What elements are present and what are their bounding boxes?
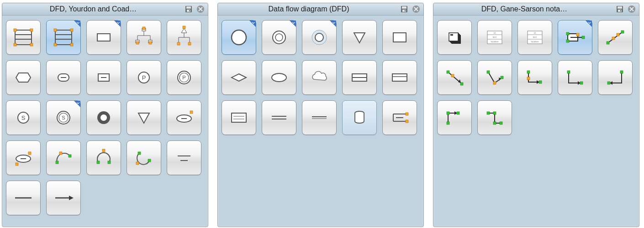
svg-marker-87 (354, 33, 365, 43)
shape-donut-thick[interactable] (86, 100, 121, 135)
shape-line-arrow[interactable] (46, 181, 81, 215)
save-button[interactable] (184, 5, 193, 14)
shape-glyph (11, 185, 36, 211)
shape-ellipse-solid[interactable] (262, 60, 296, 95)
shape-triangle-down[interactable] (127, 100, 161, 135)
shape-table-small-2[interactable]: idtextlocation (517, 20, 552, 55)
shape-rect-split-h[interactable] (342, 60, 377, 95)
shape-circle-s-ring[interactable]: S (46, 100, 81, 135)
svg-point-83 (273, 31, 285, 44)
shape-grid (218, 16, 423, 140)
shape-ellipse-dash-handle[interactable] (167, 100, 201, 135)
close-icon (196, 5, 205, 13)
svg-rect-166 (493, 112, 496, 114)
svg-rect-115 (450, 34, 453, 36)
shape-glyph: S (11, 105, 36, 130)
panel-titlebar[interactable]: DFD, Yourdon and Coad… (2, 3, 208, 16)
save-icon (401, 5, 408, 13)
shape-connector-1[interactable] (437, 60, 472, 95)
svg-rect-70 (148, 159, 151, 162)
shape-cube-dark[interactable] (437, 20, 472, 55)
shape-line-plain[interactable] (6, 181, 41, 215)
panel-titlebar[interactable]: Data flow diagram (DFD) (218, 3, 423, 16)
shape-connector-6[interactable] (437, 100, 472, 135)
shape-hierarchy[interactable] (127, 20, 161, 55)
shape-glyph (51, 25, 76, 50)
shape-rect-dash[interactable] (86, 60, 121, 95)
shape-glyph (347, 65, 372, 90)
svg-text:text: text (533, 36, 537, 38)
close-button[interactable] (412, 5, 421, 14)
shape-single-line[interactable] (302, 100, 337, 135)
shape-rect-split-h2[interactable] (382, 60, 417, 95)
shape-glyph (131, 145, 157, 171)
shape-circle-p[interactable]: P (127, 60, 161, 95)
shape-glyph (226, 25, 252, 50)
shape-donut-thin[interactable] (262, 20, 296, 55)
shape-round-rect-dash[interactable] (46, 60, 81, 95)
save-button[interactable] (400, 5, 409, 14)
svg-rect-95 (232, 113, 246, 122)
panel-titlebar[interactable]: DFD, Gane-Sarson nota… (433, 3, 639, 16)
shape-glyph (522, 65, 548, 90)
shape-glyph: idtextlocation (522, 25, 548, 50)
shape-arc-handles[interactable] (46, 140, 81, 175)
shape-arc-handles-2[interactable] (86, 140, 121, 175)
shape-glyph (387, 25, 412, 50)
svg-rect-28 (136, 41, 139, 44)
svg-rect-19 (97, 34, 110, 41)
shape-hexagon[interactable] (6, 60, 41, 95)
shape-glyph (266, 65, 292, 90)
svg-text:S: S (21, 114, 26, 121)
svg-point-90 (272, 73, 286, 82)
shape-double-lines[interactable] (262, 100, 296, 135)
shape-connector-7[interactable] (477, 100, 512, 135)
svg-rect-161 (447, 122, 449, 124)
shape-hierarchy-tri[interactable] (167, 20, 201, 55)
shape-arc-handles-3[interactable] (127, 140, 161, 175)
save-button[interactable] (615, 5, 624, 14)
shape-connector-5[interactable] (598, 60, 633, 95)
svg-rect-133 (576, 33, 579, 36)
shape-circle-s[interactable]: S (6, 100, 41, 135)
svg-rect-141 (447, 71, 449, 73)
svg-rect-18 (70, 43, 73, 46)
svg-rect-147 (487, 71, 490, 73)
shape-donut-glow[interactable] (302, 20, 337, 55)
svg-rect-163 (457, 112, 459, 114)
shape-connector-4[interactable] (558, 60, 592, 95)
shape-triangle-down[interactable] (342, 20, 377, 55)
svg-rect-78 (402, 6, 406, 9)
shape-rect-line-handles[interactable] (558, 20, 592, 55)
shape-glyph (347, 25, 372, 50)
shape-data-store-2[interactable] (46, 20, 81, 55)
shape-triple-lines[interactable] (222, 100, 256, 135)
svg-rect-152 (539, 81, 542, 83)
shape-cylinder[interactable] (342, 100, 377, 135)
shape-rect-plain[interactable] (382, 20, 417, 55)
shape-data-store-1[interactable] (6, 20, 41, 55)
close-button[interactable] (627, 5, 636, 14)
svg-text:id: id (534, 31, 536, 34)
svg-rect-65 (59, 152, 62, 155)
shape-rect-page[interactable] (86, 20, 121, 55)
shape-circle-p-ring[interactable]: P (167, 60, 201, 95)
shape-table-small[interactable]: idtextlocation (477, 20, 512, 55)
shape-glyph (51, 65, 76, 90)
shape-two-lines[interactable] (167, 140, 201, 175)
shape-glyph (266, 25, 292, 50)
shape-open-rect[interactable] (382, 100, 417, 135)
shape-diamond[interactable] (222, 60, 256, 95)
close-button[interactable] (196, 5, 205, 14)
shape-ellipse-dash-handle2[interactable] (6, 140, 41, 175)
shape-cloud[interactable] (302, 60, 337, 95)
shape-big-circle[interactable] (222, 20, 256, 55)
svg-rect-105 (406, 120, 408, 123)
svg-text:S: S (62, 115, 65, 120)
shape-connector-2[interactable] (477, 60, 512, 95)
shape-connector-3[interactable] (517, 60, 552, 95)
svg-rect-58 (190, 111, 193, 114)
shape-glyph: idtextlocation (482, 25, 507, 50)
shape-diag-line-handles[interactable] (598, 20, 633, 55)
svg-text:location: location (531, 40, 538, 43)
